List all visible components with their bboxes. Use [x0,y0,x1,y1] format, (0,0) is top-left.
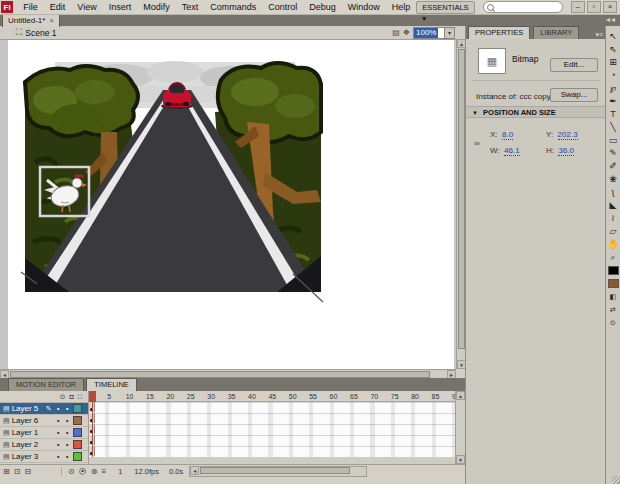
scroll-up-icon[interactable]: ▲ [456,391,465,400]
layer-row-layer5[interactable]: ▤ Layer 5 ✎ • • [0,403,88,415]
deco-tool[interactable]: ❀ [607,173,620,186]
new-folder-button[interactable]: ⊡ [14,467,21,476]
layer-lock-dot[interactable]: • [63,453,72,460]
layer-name[interactable]: Layer 2 [12,440,46,449]
layer-outline-color[interactable] [73,440,82,449]
layer-lock-dot[interactable]: • [63,429,72,436]
menu-view[interactable]: View [71,1,102,14]
position-and-size-section-header[interactable]: ▼ POSITION AND SIZE [466,106,606,118]
center-frame-button[interactable]: ⊙ [68,467,75,476]
selection-tool[interactable]: ↖ [607,30,620,43]
dock-collapse-icon[interactable]: ◂◂ [606,15,616,24]
line-tool[interactable]: ╲ [607,121,620,134]
layer-outline-color[interactable] [73,404,82,413]
lock-layers-icon[interactable]: ◘ [70,393,74,400]
layer-outline-color[interactable] [73,428,82,437]
menu-modify[interactable]: Modify [137,1,176,14]
layer-name[interactable]: Layer 5 [12,404,46,413]
text-tool[interactable]: T [607,108,620,121]
stage-pasteboard[interactable] [0,39,456,369]
edit-scene-icon[interactable]: ▤ [392,28,400,37]
layer-visibility-dot[interactable]: • [54,453,63,460]
workspace-switcher[interactable]: ESSENTIALS ▾ [416,1,474,14]
layer-row-layer6[interactable]: ▤ Layer 6 • • [0,415,88,427]
menu-commands[interactable]: Commands [204,1,262,14]
delete-layer-button[interactable]: ⊟ [24,467,31,476]
menu-text[interactable]: Text [176,1,205,14]
black-white-swatch-button[interactable]: ◧ [607,290,620,303]
layer-lock-dot[interactable]: • [63,441,72,448]
restore-button[interactable]: ▫ [587,1,601,13]
3d-rotation-tool[interactable]: ◔ [607,69,620,82]
minimize-button[interactable]: – [571,1,585,13]
stroke-color-chip[interactable] [608,266,619,275]
height-field[interactable]: H: 36.0 [546,139,574,157]
layer-visibility-dot[interactable]: • [54,429,63,436]
zoom-tool[interactable]: ⌕ [607,251,620,264]
layer-outline-color[interactable] [73,452,82,461]
snap-to-objects-button[interactable]: ⊙ [607,316,620,329]
layer-visibility-dot[interactable]: • [54,441,63,448]
tab-library[interactable]: LIBRARY [533,26,579,39]
menu-insert[interactable]: Insert [103,1,138,14]
layer-row-layer2[interactable]: ▤ Layer 2 • • [0,439,88,451]
layer-lock-dot[interactable]: • [63,405,72,412]
outline-layers-icon[interactable]: □ [78,393,82,400]
scroll-down-icon[interactable]: ▼ [456,455,465,464]
brush-tool[interactable]: ✐ [607,160,620,173]
eyedropper-tool[interactable]: ≀ [607,212,620,225]
search-input[interactable] [483,1,563,13]
edit-symbols-icon[interactable]: ❖ [403,28,410,37]
timeline-horizontal-scrollbar[interactable]: ◄ [189,466,367,477]
frame-rate-value[interactable]: 12.0fps [134,467,159,476]
scene-breadcrumb[interactable]: Scene 1 [25,28,56,38]
h-value[interactable]: 36.0 [558,146,574,156]
layer-name[interactable]: Layer 3 [12,452,46,461]
window-resize-grip[interactable] [612,476,620,484]
hand-tool[interactable]: ✋ [607,238,620,251]
show-hide-layers-icon[interactable]: ⊙ [60,393,66,401]
layer-row-layer1[interactable]: ▤ Layer 1 • • [0,427,88,439]
pen-tool[interactable]: ✒ [607,95,620,108]
menu-control[interactable]: Control [262,1,303,14]
free-transform-tool[interactable]: ⊞ [607,56,620,69]
scroll-left-icon[interactable]: ◄ [190,466,199,475]
onion-skin-outlines-button[interactable]: ⊛ [91,467,98,476]
menu-debug[interactable]: Debug [303,1,342,14]
layer-visibility-dot[interactable]: • [54,417,63,424]
new-layer-button[interactable]: ⊞ [3,467,10,476]
tab-properties[interactable]: PROPERTIES [468,26,530,39]
edit-button[interactable]: Edit... [550,58,598,72]
timeline-vertical-scrollbar[interactable]: ▲ ▼ [455,391,465,464]
layer-row-layer3[interactable]: ▤ Layer 3 • • [0,451,88,463]
lasso-tool[interactable]: ℘ [607,82,620,95]
zoom-dropdown-icon[interactable]: ▾ [444,28,454,38]
layer-name[interactable]: Layer 1 [12,428,46,437]
document-tab[interactable]: Untitled-1* × [2,14,60,27]
menu-file[interactable]: File [17,1,44,14]
timeline-frames-area[interactable]: 5 10 15 20 25 30 35 40 45 50 55 60 65 70… [89,391,456,464]
tab-motion-editor[interactable]: MOTION EDITOR [8,378,84,391]
swap-button[interactable]: Swap... [550,88,598,102]
section-collapse-icon[interactable]: ▼ [472,110,478,116]
frame-ruler[interactable]: 5 10 15 20 25 30 35 40 45 50 55 60 65 70… [89,391,456,402]
close-button[interactable]: × [603,1,617,13]
swap-colors-button[interactable]: ⇄ [607,303,620,316]
stage-canvas[interactable] [25,62,321,292]
tab-timeline[interactable]: TIMELINE [86,378,137,391]
zoom-level-input[interactable]: 100% ▾ [413,27,455,39]
frames-grid[interactable] [89,402,456,457]
layer-lock-dot[interactable]: • [63,417,72,424]
layer-outline-color[interactable] [73,416,82,425]
link-width-height-icon[interactable]: ∞ [474,139,480,148]
menu-edit[interactable]: Edit [44,1,72,14]
playhead[interactable] [89,391,96,402]
close-tab-icon[interactable]: × [49,15,54,27]
edit-multiple-frames-button[interactable]: ≡ [102,467,107,476]
pencil-tool[interactable]: ✎ [607,147,620,160]
w-value[interactable]: 46.1 [504,146,520,156]
fill-color-chip[interactable] [608,279,619,288]
rectangle-tool[interactable]: ▭ [607,134,620,147]
menu-window[interactable]: Window [342,1,386,14]
menu-help[interactable]: Help [386,1,417,14]
